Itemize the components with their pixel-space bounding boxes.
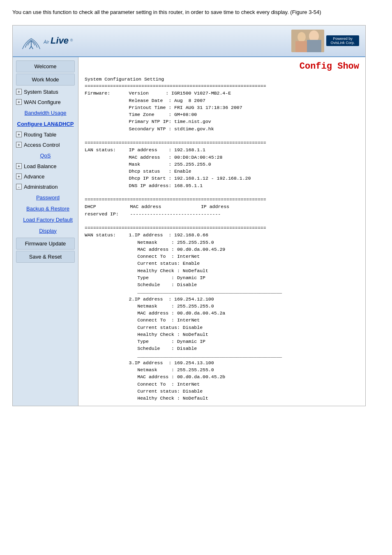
page-title: Config Show [85,61,359,72]
svg-line-1 [31,46,33,49]
sidebar-item-system-status[interactable]: + System Status [13,87,78,97]
lan-data-cell: IP address : 192.168.1.1 MAC address : 0… [118,146,251,189]
sidebar-item-load-factory-default[interactable]: Load Factory Default [13,214,78,225]
sidebar-item-save-reset[interactable]: Save & Reset [16,251,75,263]
sidebar-item-configure-lan-dhcp[interactable]: Configure LAN&DHCP [13,118,78,130]
sidebar-item-firmware-update[interactable]: Firmware Update [16,238,75,250]
config-display: System Configuration Setting ===========… [85,76,359,402]
routing-table-label: Routing Table [24,132,56,138]
router-frame: Àir Live ® Powered by OvisLink Corp. [12,25,366,407]
svg-rect-5 [295,41,308,52]
sidebar-item-administration[interactable]: - Administration [13,182,78,192]
firmware-data-cell: Version : IGR1500 V1027-MB2.4-E Release … [118,90,242,132]
sidebar-item-work-mode[interactable]: Work Mode [16,74,75,86]
firmware-label-cell: Firmware: [85,90,118,132]
config-sep2: ========================================… [85,140,266,146]
sidebar-item-qos[interactable]: QoS [13,150,78,161]
airlive-antenna-icon [19,32,44,50]
sidebar: Welcome Work Mode + System Status + WAN … [13,57,78,406]
main-layout: Welcome Work Mode + System Status + WAN … [13,57,365,406]
sidebar-item-access-control[interactable]: + Access Control [13,140,78,150]
lan-label-cell: LAN status: [85,146,118,189]
administration-label: Administration [24,184,58,190]
config-sep4: ========================================… [85,225,266,231]
load-balance-label: Load Balance [24,163,57,169]
config-heading: System Configuration Setting [85,76,164,82]
svg-rect-6 [307,40,321,52]
header-photo-1 [291,30,324,52]
access-control-expand-icon: + [16,142,22,148]
wan-label-cell: WAN status: [85,231,118,402]
photo-area: Powered by OvisLink Corp. [291,30,359,52]
wan-configure-label: WAN Configure [24,99,61,105]
wan-data-cell: 1.IP address : 192.168.0.66 Netmask : 25… [118,231,282,402]
sidebar-item-load-balance[interactable]: + Load Balance [13,161,78,171]
system-status-expand-icon: + [16,89,22,95]
intro-paragraph: You can use this function to check all t… [12,8,366,17]
router-header: Àir Live ® Powered by OvisLink Corp. [13,25,365,57]
logo-area: Àir Live ® [19,32,73,50]
routing-table-expand-icon: + [16,132,22,137]
sidebar-item-welcome[interactable]: Welcome [16,60,75,72]
dhcp-label-cell: DHCP reserved IP: [85,203,119,217]
svg-point-3 [297,32,306,42]
sidebar-item-routing-table[interactable]: + Routing Table [13,130,78,140]
sidebar-item-display[interactable]: Display [13,225,78,236]
powered-by-badge: Powered by OvisLink Corp. [326,35,359,46]
content-area: Config Show System Configuration Setting… [78,57,365,406]
svg-line-0 [30,46,31,49]
sidebar-item-password[interactable]: Password [13,192,78,203]
wan-configure-expand-icon: + [16,99,22,105]
dhcp-data-cell: MAC address IP address -----------------… [119,203,229,217]
system-status-label: System Status [24,89,58,95]
sidebar-item-advance[interactable]: + Advance [13,171,78,182]
sidebar-item-backup-restore[interactable]: Backup & Restore [13,203,78,214]
load-balance-expand-icon: + [16,163,22,169]
access-control-label: Access Control [24,142,60,148]
advance-label: Advance [24,173,45,180]
administration-expand-icon: - [16,184,22,190]
sidebar-item-wan-configure[interactable]: + WAN Configure [13,97,78,107]
config-sep1: ========================================… [85,83,266,89]
advance-expand-icon: + [16,173,22,179]
sidebar-item-bandwidth-usage[interactable]: Bandwidth Usage [13,107,78,118]
config-sep3: ========================================… [85,197,266,202]
